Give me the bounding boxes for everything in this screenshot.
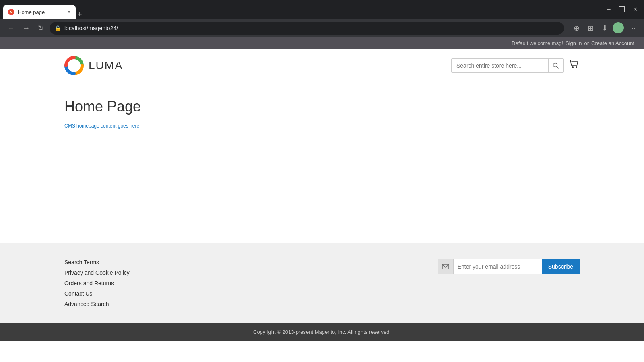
svg-point-5 — [572, 66, 574, 68]
forward-button[interactable]: → — [20, 23, 32, 34]
sign-in-link[interactable]: Sign In — [566, 40, 582, 46]
download-button[interactable]: ⬇ — [599, 22, 611, 34]
reload-button[interactable]: ↻ — [35, 22, 46, 34]
svg-rect-7 — [442, 264, 449, 269]
extensions-button[interactable]: ⊞ — [584, 22, 597, 34]
site-footer: Search TermsPrivacy and Cookie PolicyOrd… — [0, 243, 644, 323]
footer-link-1[interactable]: Privacy and Cookie Policy — [64, 269, 130, 276]
newsletter-section: Subscribe — [438, 259, 580, 274]
new-tab-button[interactable]: + — [77, 10, 82, 19]
header-right — [451, 58, 580, 73]
svg-point-6 — [576, 66, 577, 68]
url-text: localhost/magento24/ — [64, 25, 118, 31]
footer-link-0[interactable]: Search Terms — [64, 259, 130, 265]
search-button[interactable] — [548, 59, 563, 72]
window-controls: − ❐ × — [603, 5, 641, 14]
top-bar: Default welcome msg! Sign In or Create a… — [0, 37, 644, 49]
copyright-text: Copyright © 2013-present Magento, Inc. A… — [253, 329, 391, 335]
zoom-button[interactable]: ⊕ — [570, 22, 583, 34]
logo-area: LUMA — [64, 56, 123, 75]
search-icon — [553, 62, 559, 69]
browser-actions: ⊕ ⊞ ⬇ ⋯ — [570, 22, 639, 34]
cms-content: CMS homepage content goes here. — [64, 123, 580, 129]
main-content: Home Page CMS homepage content goes here… — [0, 82, 644, 243]
newsletter-email-input[interactable] — [453, 259, 542, 274]
email-icon — [438, 259, 453, 274]
browser-chrome: M Home page × + − ❐ × — [0, 0, 644, 19]
close-window-button[interactable]: × — [630, 5, 641, 14]
subscribe-button[interactable]: Subscribe — [542, 259, 580, 274]
logo-text: LUMA — [89, 59, 123, 72]
tab-favicon: M — [8, 9, 14, 15]
footer-links: Search TermsPrivacy and Cookie PolicyOrd… — [64, 259, 130, 307]
copyright-bar: Copyright © 2013-present Magento, Inc. A… — [0, 323, 644, 341]
active-tab[interactable]: M Home page × — [3, 5, 76, 19]
url-bar[interactable]: 🔒 localhost/magento24/ — [50, 22, 564, 35]
logo-icon — [64, 56, 84, 75]
tab-close-button[interactable]: × — [67, 9, 71, 15]
cart-icon[interactable] — [568, 59, 580, 73]
search-bar — [451, 58, 564, 73]
address-bar: ← → ↻ 🔒 localhost/magento24/ ⊕ ⊞ ⬇ ⋯ — [0, 19, 644, 37]
or-separator: or — [584, 40, 589, 46]
browser-tabs: M Home page × + — [3, 0, 82, 19]
svg-text:M: M — [10, 10, 13, 14]
create-account-link[interactable]: Create an Account — [591, 40, 634, 46]
footer-link-4[interactable]: Advanced Search — [64, 301, 130, 307]
restore-button[interactable]: ❐ — [615, 5, 628, 14]
site-header: LUMA — [0, 49, 644, 82]
page-title: Home Page — [64, 98, 580, 115]
footer-link-3[interactable]: Contact Us — [64, 290, 130, 297]
menu-button[interactable]: ⋯ — [625, 22, 639, 34]
shopping-cart-icon — [568, 59, 580, 70]
welcome-message: Default welcome msg! — [512, 40, 563, 46]
back-button[interactable]: ← — [5, 23, 17, 34]
site-wrapper: Default welcome msg! Sign In or Create a… — [0, 37, 644, 341]
footer-link-2[interactable]: Orders and Returns — [64, 280, 130, 286]
lock-icon: 🔒 — [54, 25, 61, 31]
search-input[interactable] — [452, 62, 548, 69]
tab-title: Home page — [18, 9, 45, 15]
svg-line-4 — [557, 67, 559, 69]
profile-button[interactable] — [613, 22, 624, 33]
minimize-button[interactable]: − — [603, 5, 614, 14]
